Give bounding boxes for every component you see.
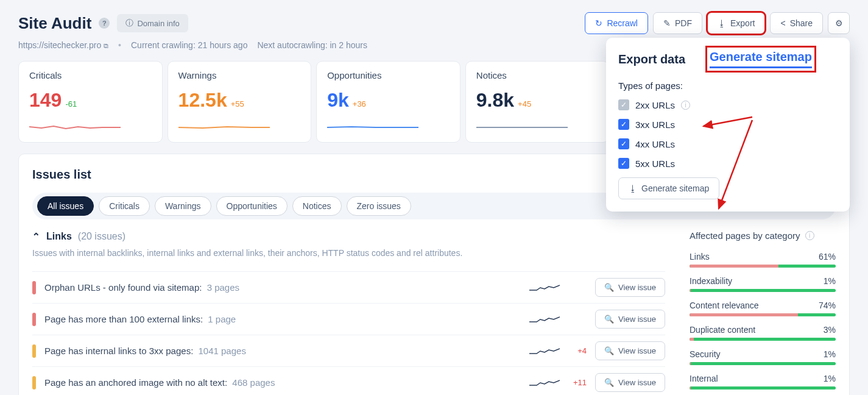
checkbox-4xx-label: 4xx URLs <box>635 139 675 149</box>
card-value: 12.5k <box>178 89 227 112</box>
filter-all[interactable]: All issues <box>37 196 94 216</box>
separator-dot: • <box>118 40 121 50</box>
checkbox-2xx[interactable]: ✓ 2xx URLs i <box>618 99 838 110</box>
mini-chart <box>529 282 560 294</box>
filter-notices[interactable]: Notices <box>292 196 342 216</box>
next-crawl: Next autocrawling: in 2 hours <box>257 40 367 50</box>
site-url-text: https://sitechecker.pro <box>18 40 101 50</box>
recrawl-label: Recrawl <box>607 18 638 28</box>
help-icon[interactable]: ? <box>99 18 110 29</box>
check-icon: ✓ <box>618 158 629 169</box>
pdf-icon: ✎ <box>663 18 671 28</box>
card-criticals[interactable]: Criticals 149-61 <box>18 61 163 143</box>
share-button[interactable]: < Share <box>770 12 823 34</box>
checkbox-5xx-label: 5xx URLs <box>635 158 675 169</box>
affected-pct: 1% <box>824 276 836 286</box>
issue-text: Page has internal links to 3xx pages: 10… <box>44 346 521 356</box>
issue-text: Orphan URLs - only found via sitemap: 3 … <box>44 282 521 293</box>
tab-generate-sitemap[interactable]: Generate sitemap <box>710 50 812 68</box>
filter-zero[interactable]: Zero issues <box>347 196 411 216</box>
card-warnings[interactable]: Warnings 12.5k+55 <box>168 61 312 143</box>
info-icon[interactable]: i <box>805 231 814 240</box>
sparkline <box>178 118 301 136</box>
filter-warnings[interactable]: Warnings <box>155 196 211 216</box>
category-description: Issues with internal backlinks, internal… <box>32 248 665 258</box>
card-delta: -61 <box>65 99 77 109</box>
card-value: 9.8k <box>476 89 514 112</box>
affected-row[interactable]: Duplicate content3% <box>690 325 836 341</box>
card-value: 149 <box>29 89 62 112</box>
info-icon: ⓘ <box>125 18 133 29</box>
sparkline <box>476 118 599 136</box>
category-name: Links <box>46 231 72 242</box>
affected-pct: 3% <box>824 325 836 335</box>
generate-sitemap-label: Generate sitemap <box>641 183 709 193</box>
settings-button[interactable]: ⚙ <box>828 12 850 34</box>
check-icon: ✓ <box>618 99 629 110</box>
mini-chart <box>529 313 560 326</box>
checkbox-3xx[interactable]: ✓ 3xx URLs <box>618 119 838 130</box>
affected-row[interactable]: Security1% <box>690 349 836 365</box>
current-crawl: Current crawling: 21 hours ago <box>131 40 247 50</box>
view-issue-button[interactable]: 🔍View issue <box>595 310 665 329</box>
card-notices[interactable]: Notices 9.8k+45 <box>465 61 610 143</box>
issue-row[interactable]: Page has an anchored image with no alt t… <box>32 366 665 395</box>
refresh-icon: ↻ <box>595 18 602 28</box>
export-button[interactable]: ⭳ Export <box>707 12 765 34</box>
tab-export-data[interactable]: Export data <box>618 52 685 66</box>
site-url-link[interactable]: https://sitechecker.pro ⧉ <box>18 40 108 50</box>
checkbox-2xx-label: 2xx URLs <box>635 100 675 110</box>
issue-delta: +4 <box>568 346 587 355</box>
domain-info-label: Domain info <box>137 19 179 28</box>
mini-chart <box>529 377 560 389</box>
card-title: Opportunities <box>327 70 450 80</box>
filter-opportunities[interactable]: Opportunities <box>216 196 288 216</box>
affected-title: Affected pages by category <box>690 230 800 241</box>
affected-bar <box>690 265 836 268</box>
affected-pct: 1% <box>824 349 836 359</box>
category-count: (20 issues) <box>78 231 125 242</box>
export-dropdown: Export data Generate sitemap Types of pa… <box>606 38 850 212</box>
card-opportunities[interactable]: Opportunities 9k+36 <box>316 61 460 143</box>
card-delta: +55 <box>231 99 244 109</box>
recrawl-button[interactable]: ↻ Recrawl <box>585 12 648 34</box>
category-toggle[interactable]: ⌄ Links (20 issues) <box>32 230 665 242</box>
sparkline <box>29 118 152 136</box>
affected-row[interactable]: Links61% <box>690 252 836 268</box>
affected-bar <box>690 289 836 292</box>
filter-criticals[interactable]: Criticals <box>99 196 150 216</box>
affected-name: Security <box>690 349 721 359</box>
generate-sitemap-button[interactable]: ⭳ Generate sitemap <box>618 177 719 199</box>
affected-pct: 61% <box>819 252 836 262</box>
affected-row[interactable]: Content relevance74% <box>690 301 836 316</box>
checkbox-4xx[interactable]: ✓ 4xx URLs <box>618 138 838 149</box>
view-issue-button[interactable]: 🔍View issue <box>595 373 665 392</box>
view-issue-button[interactable]: 🔍View issue <box>595 278 665 297</box>
card-delta: +45 <box>518 99 531 109</box>
severity-indicator <box>32 313 36 326</box>
card-delta: +36 <box>353 99 366 109</box>
search-icon: 🔍 <box>604 378 614 387</box>
info-icon[interactable]: i <box>681 101 690 110</box>
issue-row[interactable]: Page has internal links to 3xx pages: 10… <box>32 335 665 366</box>
affected-name: Content relevance <box>690 301 759 310</box>
share-label: Share <box>790 18 813 28</box>
pdf-button[interactable]: ✎ PDF <box>653 12 702 34</box>
search-icon: 🔍 <box>604 283 614 292</box>
domain-info-button[interactable]: ⓘ Domain info <box>117 14 188 32</box>
view-issue-button[interactable]: 🔍View issue <box>595 341 665 360</box>
check-icon: ✓ <box>618 119 629 130</box>
gear-icon: ⚙ <box>835 18 843 28</box>
download-icon: ⭳ <box>718 18 726 28</box>
card-value: 9k <box>327 89 349 112</box>
issue-row[interactable]: Page has more than 100 external links: 1… <box>32 303 665 335</box>
affected-row[interactable]: Indexability1% <box>690 276 836 292</box>
checkbox-5xx[interactable]: ✓ 5xx URLs <box>618 158 838 169</box>
issue-row[interactable]: Orphan URLs - only found via sitemap: 3 … <box>32 271 665 303</box>
severity-indicator <box>32 376 36 390</box>
mini-chart <box>529 345 560 357</box>
search-icon: 🔍 <box>604 315 614 324</box>
affected-row[interactable]: Internal1% <box>690 374 836 390</box>
affected-name: Internal <box>690 374 718 383</box>
issue-text: Page has an anchored image with no alt t… <box>44 377 521 388</box>
